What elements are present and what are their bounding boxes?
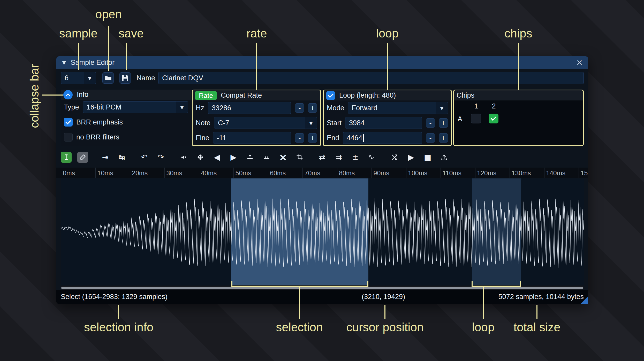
preview-button[interactable]: ▶: [406, 152, 416, 163]
text-cursor: [363, 134, 364, 142]
fine-input[interactable]: -11: [213, 132, 291, 144]
close-icon[interactable]: ×: [577, 57, 582, 68]
annotation-loop-top: loop: [376, 26, 399, 40]
titlebar[interactable]: ▼ Sample Editor ×: [56, 56, 588, 69]
waveform-view[interactable]: [61, 178, 584, 285]
delete-button[interactable]: ×: [278, 152, 289, 163]
sample-selector[interactable]: 6 ▼: [61, 72, 96, 84]
hz-label: Hz: [196, 104, 204, 112]
fade-out-button[interactable]: ▶: [228, 152, 239, 163]
toolbar-group: ↶↷: [139, 152, 166, 163]
edit-mode-draw-button[interactable]: [77, 152, 88, 163]
crossfade-loop-button[interactable]: [389, 152, 400, 163]
toolbar-group: [61, 152, 88, 163]
collapse-window-icon[interactable]: ▼: [62, 59, 66, 66]
tri-left-icon: ◀: [214, 153, 220, 161]
signed-unsigned-button[interactable]: ±: [350, 152, 361, 163]
hz-value: 33286: [212, 104, 231, 112]
waveform-canvas[interactable]: [61, 178, 584, 285]
hz-plus-button[interactable]: +: [308, 103, 317, 113]
leader-line-rate: [256, 43, 257, 90]
resample-button[interactable]: ↹: [116, 152, 127, 163]
loop-start-plus-button[interactable]: +: [439, 118, 448, 128]
undo-button[interactable]: ↶: [139, 152, 150, 163]
rate-panel: Rate Compat Rate Hz 33286 - + Note C-7 ▼…: [192, 90, 321, 146]
loop-end-input[interactable]: 4464: [343, 132, 422, 144]
ruler-tick: [61, 168, 61, 178]
loop-start-input[interactable]: 3984: [345, 117, 422, 129]
annotation-chips: chips: [504, 26, 532, 40]
save-button[interactable]: [119, 72, 131, 84]
toolbar-group: ⇥↹: [100, 152, 127, 163]
name-input[interactable]: Clarinet DQV: [158, 72, 584, 84]
loop-end-plus-button[interactable]: +: [439, 133, 448, 143]
ruler-label: 40ms: [201, 169, 217, 177]
cursor-position-text: (3210, 19429): [362, 290, 405, 304]
no-brr-filters-checkbox[interactable]: [64, 133, 73, 142]
loop-end-minus-button[interactable]: -: [426, 133, 435, 143]
type-label: Type: [64, 103, 79, 111]
toolbar-group: ⇄⇉±: [317, 152, 377, 163]
chips-panel: Chips 1 2 A: [453, 90, 584, 146]
undo-icon: ↶: [141, 153, 147, 161]
name-input-value: Clarinet DQV: [162, 74, 203, 82]
ruler-label: 90ms: [374, 169, 389, 177]
redo-button[interactable]: ↷: [155, 152, 166, 163]
chip-2-checkbox[interactable]: [489, 114, 498, 123]
amplify-button[interactable]: [178, 152, 189, 163]
arrows-out-icon: [197, 154, 204, 161]
brr-emphasis-checkbox[interactable]: [64, 118, 73, 127]
loop-start-minus-button[interactable]: -: [426, 118, 435, 128]
rate-badge[interactable]: Rate: [195, 91, 217, 100]
edit-mode-select-button[interactable]: [61, 152, 72, 163]
hz-minus-button[interactable]: -: [295, 103, 304, 113]
annotation-total-size: total size: [513, 320, 560, 334]
filter-button[interactable]: [366, 152, 377, 163]
sample-toolbar: Zoom 39.9645% - + 100% ⇥↹↶↷◀▶×⇄⇉±▶■: [56, 150, 588, 164]
loop-mode-select[interactable]: Forward ▼: [348, 102, 448, 114]
chevron-down-icon: ▼: [84, 72, 96, 84]
double-arrow-icon: ⇉: [335, 153, 342, 161]
leader-line-loop-bottom: [483, 286, 484, 319]
loop-end-label: End: [327, 134, 339, 142]
ruler-label: 70ms: [305, 169, 320, 177]
chip-1-checkbox[interactable]: [471, 114, 481, 123]
horizontal-scrollbar[interactable]: [61, 286, 584, 290]
resize-button[interactable]: ⇥: [100, 152, 111, 163]
insert-silence-button[interactable]: [245, 152, 255, 163]
reverse-button[interactable]: ⇄: [317, 152, 328, 163]
type-select[interactable]: 16-bit PCM ▼: [83, 101, 188, 113]
upload-icon: [441, 154, 448, 161]
sample-selector-value: 6: [65, 74, 69, 82]
resize-grip[interactable]: [580, 296, 588, 304]
annotation-sample: sample: [59, 26, 97, 40]
apply-silence-button[interactable]: [261, 152, 272, 163]
ruler-tick: [406, 168, 406, 178]
normalize-button[interactable]: [195, 152, 206, 163]
info-panel: Info Type 16-bit PCM ▼ BRR emphasis no B…: [61, 90, 191, 146]
make-instrument-button[interactable]: [439, 152, 450, 163]
invert-button[interactable]: ⇉: [333, 152, 344, 163]
note-select[interactable]: C-7 ▼: [214, 117, 317, 129]
hz-input[interactable]: 33286: [208, 102, 291, 114]
ruler-tick: [95, 168, 96, 178]
fade-in-button[interactable]: ◀: [211, 152, 222, 163]
time-ruler[interactable]: 0ms10ms20ms30ms40ms50ms60ms70ms80ms90ms1…: [56, 168, 588, 178]
open-button[interactable]: [102, 72, 114, 84]
mode-label: Mode: [327, 104, 344, 112]
fine-plus-button[interactable]: +: [308, 133, 317, 143]
selection-bracket: [231, 281, 368, 287]
leader-line-cursor-position: [384, 305, 385, 319]
ruler-tick: [441, 168, 441, 178]
trim-button[interactable]: [294, 152, 305, 163]
stop-preview-button[interactable]: ■: [422, 152, 433, 163]
loop-panel-title: Loop (length: 480): [339, 91, 396, 99]
check-icon: [65, 119, 71, 124]
scrollbar-thumb[interactable]: [61, 287, 583, 289]
annotation-open: open: [95, 7, 122, 21]
ruler-label: 120ms: [477, 169, 496, 177]
fine-minus-button[interactable]: -: [295, 133, 304, 143]
collapse-bar-button[interactable]: [63, 90, 73, 99]
pencil-icon: [79, 154, 86, 161]
loop-enable-checkbox[interactable]: [326, 91, 335, 100]
